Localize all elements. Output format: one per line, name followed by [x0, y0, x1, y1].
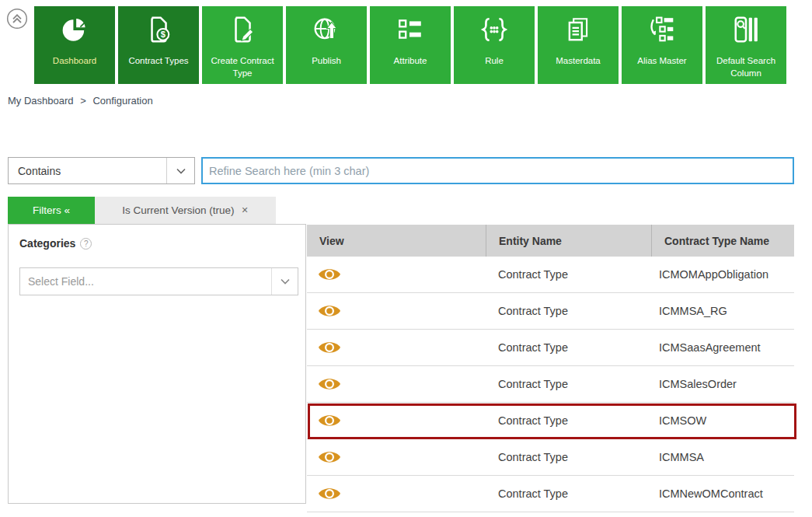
view-eye-icon[interactable] [318, 412, 341, 429]
search-operator-select[interactable]: Contains [8, 157, 195, 184]
toolbar: Dashboard $ Contract Types Create Contra… [34, 6, 786, 84]
stacked-documents-icon [538, 16, 619, 44]
curly-braces-dots-icon [454, 16, 535, 44]
remove-filter-icon[interactable]: ✕ [241, 205, 248, 215]
view-eye-icon[interactable] [318, 449, 341, 466]
contract-type-name-cell: ICMMSA_RG [651, 293, 794, 329]
breadcrumb-configuration: Configuration [92, 95, 152, 107]
tile-rule[interactable]: Rule [454, 6, 535, 84]
view-eye-icon[interactable] [318, 339, 341, 356]
document-pencil-icon [202, 16, 283, 44]
help-icon[interactable]: ? [80, 238, 92, 250]
breadcrumb: My Dashboard > Configuration [8, 95, 153, 107]
column-header-entity-name[interactable]: Entity Name [486, 225, 651, 257]
entity-name-cell: Contract Type [486, 403, 651, 438]
select-field-value: Select Field... [20, 275, 271, 288]
view-eye-icon[interactable] [318, 485, 341, 502]
tile-label: Attribute [372, 55, 448, 68]
configuration-page: Dashboard $ Contract Types Create Contra… [0, 0, 812, 517]
entity-name-cell: Contract Type [486, 330, 651, 365]
tile-label: Masterdata [540, 55, 616, 68]
column-header-contract-type-name[interactable]: Contract Type Name [651, 225, 794, 257]
select-field-dropdown[interactable]: Select Field... [19, 267, 298, 295]
table-row[interactable]: Contract Type ICMSaasAgreement [307, 330, 794, 366]
filter-chip-is-current-version[interactable]: Is Current Version (true) ✕ [95, 197, 276, 224]
contract-type-name-cell: ICMSaasAgreement [651, 330, 794, 365]
tile-label: Create Contract Type [204, 55, 281, 79]
table-row[interactable]: Contract Type ICMNewOMContract [307, 476, 794, 512]
table-row[interactable]: Contract Type ICMMSA [307, 439, 794, 476]
tile-create-contract-type[interactable]: Create Contract Type [202, 6, 283, 84]
categories-panel: Categories ? Select Field... [8, 224, 306, 504]
contract-type-name-cell: ICMMSA [651, 439, 794, 475]
double-chevron-up-icon [6, 19, 28, 32]
table-row[interactable]: Contract Type ICMSalesOrder [307, 366, 794, 403]
entity-name-cell: Contract Type [486, 293, 651, 329]
filter-chip-label: Is Current Version (true) [122, 204, 234, 216]
entity-name-cell: Contract Type [486, 366, 651, 402]
tile-contract-types[interactable]: $ Contract Types [118, 6, 199, 84]
tile-attribute[interactable]: Attribute [370, 6, 451, 84]
view-eye-icon[interactable] [318, 266, 341, 283]
document-dollar-icon: $ [118, 16, 199, 44]
tile-label: Dashboard [37, 55, 113, 68]
tile-label: Contract Types [120, 55, 197, 68]
refine-search-input[interactable] [201, 157, 794, 184]
search-column-icon [706, 16, 786, 44]
contract-type-name-cell: ICMSalesOrder [651, 366, 794, 402]
table-row-highlighted[interactable]: Contract Type ICMSOW [307, 403, 794, 439]
entity-name-cell: Contract Type [486, 257, 651, 292]
hierarchy-list-arrow-icon [622, 16, 702, 44]
breadcrumb-my-dashboard[interactable]: My Dashboard [8, 95, 74, 107]
tile-default-search-column[interactable]: Default Search Column [706, 6, 786, 84]
categories-title: Categories [19, 237, 75, 250]
tile-label: Default Search Column [708, 55, 784, 79]
table-header-row: View Entity Name Contract Type Name [307, 225, 794, 257]
contract-type-name-cell: ICMNewOMContract [651, 476, 794, 512]
chevron-down-icon [166, 158, 194, 183]
chevron-down-icon [271, 268, 298, 295]
pie-chart-icon [34, 16, 115, 44]
view-eye-icon[interactable] [318, 376, 341, 393]
entity-name-cell: Contract Type [486, 439, 651, 475]
column-header-view[interactable]: View [307, 225, 486, 257]
collapse-toolbar-button[interactable] [6, 8, 28, 30]
checklist-icon [370, 16, 451, 44]
tile-label: Publish [288, 55, 364, 68]
entity-name-cell: Contract Type [486, 476, 651, 512]
contract-types-table: View Entity Name Contract Type Name Cont… [307, 225, 794, 512]
tile-label: Rule [456, 55, 532, 68]
svg-text:$: $ [161, 30, 166, 39]
tile-masterdata[interactable]: Masterdata [538, 6, 619, 84]
tile-alias-master[interactable]: Alias Master [622, 6, 702, 84]
table-row[interactable]: Contract Type ICMMSA_RG [307, 293, 794, 330]
breadcrumb-separator: > [80, 95, 86, 107]
tile-publish[interactable]: Publish [286, 6, 367, 84]
contract-type-name-cell: ICMSOW [651, 403, 794, 438]
search-operator-value: Contains [9, 165, 166, 177]
filters-tab-label: Filters « [33, 204, 70, 216]
globe-up-arrow-icon [286, 16, 367, 44]
tile-label: Alias Master [624, 55, 700, 68]
tile-dashboard[interactable]: Dashboard [34, 6, 115, 84]
contract-type-name-cell: ICMOMAppObligation [651, 257, 794, 292]
view-eye-icon[interactable] [318, 302, 341, 320]
table-row[interactable]: Contract Type ICMOMAppObligation [307, 257, 794, 293]
filters-toggle-tab[interactable]: Filters « [8, 197, 95, 224]
